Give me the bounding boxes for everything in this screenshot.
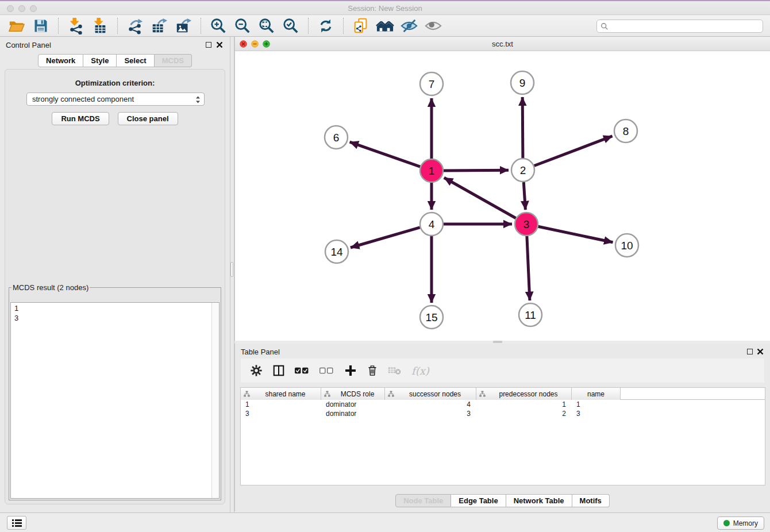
table-row[interactable]: 3dominator323 [241,409,765,418]
delete-table-icon [388,362,402,379]
run-mcds-button[interactable]: Run MCDS [52,112,109,125]
hide-selected-icon[interactable] [400,17,418,35]
float-panel-icon[interactable] [206,42,211,48]
result-scrollbar[interactable] [211,303,219,498]
import-network-icon[interactable] [67,17,85,35]
import-table-icon[interactable] [91,17,109,35]
table-cell[interactable]: 1 [241,400,321,409]
horizontal-splitter-handle[interactable] [493,341,502,343]
search-input[interactable] [609,21,763,32]
export-image-icon[interactable] [174,17,192,35]
vertical-splitter-handle[interactable] [230,262,233,277]
column-header-predecessor-nodes[interactable]: predecessor nodes [476,388,572,400]
open-session-icon[interactable] [7,17,26,35]
graph-edge-3-11[interactable] [527,236,530,300]
graph-node-15[interactable]: 15 [420,306,443,329]
graph-edge-2-8[interactable] [534,136,613,166]
column-header-shared-name[interactable]: shared name [241,388,321,400]
table-panel-header: Table Panel [235,344,770,360]
table-tab-node-table[interactable]: Node Table [395,494,451,507]
control-tab-style[interactable]: Style [83,54,117,67]
table-tab-network-table[interactable]: Network Table [506,494,572,507]
svg-text:15: 15 [425,311,437,323]
criterion-dropdown[interactable]: strongly connected component [26,92,205,106]
toolbar-separator [201,18,201,34]
zoom-out-icon[interactable] [233,17,252,35]
graph-node-2[interactable]: 2 [511,159,534,182]
graph-node-4[interactable]: 4 [420,213,443,236]
close-panel-icon[interactable] [216,41,223,48]
table-options-icon[interactable] [250,362,263,379]
table-cell[interactable]: 1 [572,400,621,409]
export-table-icon[interactable] [150,17,168,35]
graph-node-9[interactable]: 9 [511,71,534,94]
svg-text:14: 14 [330,246,343,258]
network-canvas[interactable]: 7968124314101511 [235,51,770,341]
node-table-header: shared nameMCDS rolesuccessor nodesprede… [241,388,765,400]
graph-edge-4-14[interactable] [351,228,420,248]
network-snapshot-icon[interactable] [352,17,370,35]
table-tab-edge-table[interactable]: Edge Table [451,494,506,507]
graph-node-14[interactable]: 14 [325,240,348,263]
control-tab-select[interactable]: Select [117,54,154,67]
column-header-MCDS-role[interactable]: MCDS role [321,388,385,400]
select-all-columns-icon[interactable] [295,362,310,379]
network-view-window: scc.txt 7968124314101511 [234,37,770,341]
zoom-in-icon[interactable] [209,17,228,35]
close-panel-button[interactable]: Close panel [118,112,178,125]
vertical-splitter[interactable] [230,37,234,512]
graph-node-8[interactable]: 8 [614,119,637,142]
table-tab-motifs[interactable]: Motifs [572,494,610,507]
control-panel-title: Control Panel [6,41,51,49]
add-column-icon[interactable] [344,362,357,379]
show-all-icon[interactable] [424,17,442,35]
graph-node-6[interactable]: 6 [325,126,348,149]
table-cell[interactable]: dominator [321,400,385,409]
svg-text:7: 7 [429,78,435,90]
zoom-fit-icon[interactable] [257,17,276,35]
graph-node-11[interactable]: 11 [519,303,542,326]
svg-text:4: 4 [429,218,435,230]
show-panels-button[interactable] [7,516,26,530]
table-cell[interactable]: 3 [385,409,476,418]
unselect-all-columns-icon[interactable] [319,362,334,379]
table-cell[interactable]: dominator [321,409,385,418]
search-box[interactable] [596,20,763,33]
column-header-successor-nodes[interactable]: successor nodes [385,388,476,400]
table-cell[interactable]: 3 [572,409,621,418]
table-cell[interactable]: 1 [476,400,572,409]
graph-edge-3-10[interactable] [538,226,613,242]
graph-node-7[interactable]: 7 [420,72,443,95]
column-header-name[interactable]: name [572,388,621,400]
graph-edge-2-3[interactable] [523,182,525,210]
memory-status-icon [723,520,730,526]
control-tab-network[interactable]: Network [38,54,83,67]
graph-edge-1-6[interactable] [350,142,421,167]
show-column-icon[interactable] [272,362,285,379]
table-toolbar: f(x) [241,358,764,383]
control-tab-mcds[interactable]: MCDS [155,54,192,67]
hierarchy-icon [388,391,394,397]
table-row[interactable]: 1dominator411 [241,400,765,409]
save-session-icon[interactable] [32,17,50,35]
table-cell[interactable]: 3 [241,409,321,418]
graph-node-10[interactable]: 10 [615,234,638,257]
hierarchy-icon [324,391,330,397]
float-table-panel-icon[interactable] [747,349,753,354]
close-table-panel-icon[interactable] [757,348,764,355]
mcds-result-box[interactable]: 13 [10,302,220,499]
graph-node-1[interactable]: 1 [420,159,443,182]
graph-edge-3-1[interactable] [444,178,516,218]
zoom-selected-icon[interactable] [282,17,300,35]
graph-node-3[interactable]: 3 [515,213,538,236]
first-neighbors-icon[interactable] [376,17,394,35]
delete-column-icon[interactable] [367,362,378,379]
hierarchy-icon [244,391,250,397]
memory-button[interactable]: Memory [717,516,764,530]
graph-edge-2-9[interactable] [522,97,523,158]
graph-edge-1-2[interactable] [444,170,509,171]
apply-layout-icon[interactable] [317,17,335,35]
table-cell[interactable]: 4 [385,400,476,409]
table-cell[interactable]: 2 [476,409,572,418]
export-network-icon[interactable] [126,17,144,35]
